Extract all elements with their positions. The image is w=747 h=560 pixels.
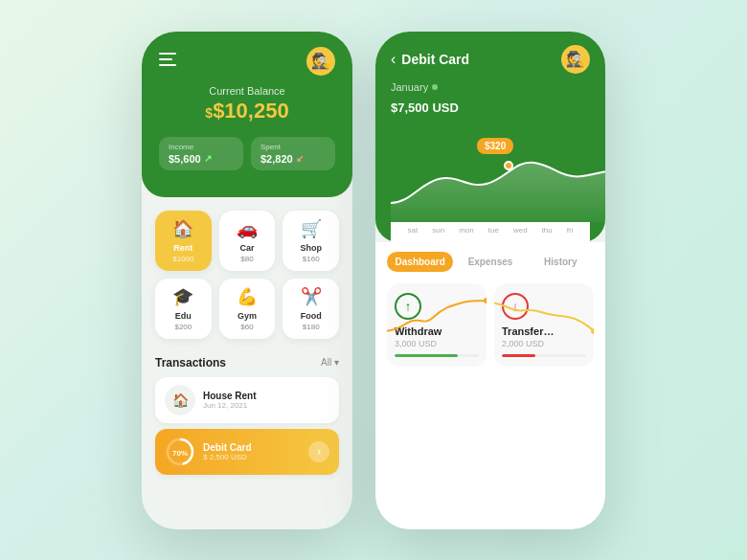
spent-arrow-icon: ↙: [296, 153, 304, 164]
phone1-header: 🕵️ Current Balance $$10,250 Income $5,60…: [142, 32, 352, 197]
gym-name: Gym: [238, 311, 257, 321]
tab-expenses[interactable]: Expenses: [457, 252, 523, 272]
withdraw-sub: 3,000 USD: [395, 339, 479, 348]
transfer-card: ↓ Transfer 2,000 USD: [494, 283, 594, 367]
spent-label: Spent: [260, 143, 326, 151]
phone2-header: ‹ Debit Card 🕵️ January $7,500 USD $320: [375, 32, 605, 242]
x-label-fri: fri: [567, 226, 574, 235]
shop-icon: 🛒: [301, 218, 322, 239]
phone2-body: Dashboard Expenses History ↑ Withdraw 3,…: [375, 242, 605, 529]
tab-dashboard[interactable]: Dashboard: [387, 252, 453, 272]
cat-edu[interactable]: 🎓 Edu $200: [155, 279, 212, 339]
phone2-amount: $7,500 USD: [391, 95, 590, 117]
balance-label: Current Balance: [159, 85, 335, 97]
month-dot-icon: [432, 84, 438, 90]
phone2-avatar[interactable]: 🕵️: [561, 45, 590, 74]
phone1: 🕵️ Current Balance $$10,250 Income $5,60…: [142, 32, 352, 529]
income-label: Income: [169, 143, 234, 151]
debit-card-progress-icon: 70%: [165, 437, 195, 467]
car-name: Car: [240, 243, 255, 253]
transactions: Transactions All ▾ 🏠 House Rent Jun 12, …: [142, 347, 352, 490]
cat-car[interactable]: 🚗 Car $80: [219, 211, 276, 271]
tab-history[interactable]: History: [528, 252, 594, 272]
trans-house-rent-name: House Rent: [203, 391, 329, 401]
cat-row-1: 🏠 Rent $1000 🚗 Car $80 🛒 Shop $160: [155, 211, 339, 271]
rent-amount: $1000: [172, 255, 193, 263]
trans-house-rent-sub: Jun 12, 2021: [203, 401, 329, 410]
edu-amount: $200: [174, 323, 192, 331]
chart-tooltip: $320: [477, 138, 513, 154]
phones-container: 🕵️ Current Balance $$10,250 Income $5,60…: [142, 32, 605, 529]
svg-text:70%: 70%: [172, 449, 188, 458]
trans-house-rent-info: House Rent Jun 12, 2021: [203, 391, 329, 410]
income-value: $5,600 ↗: [169, 153, 234, 165]
gym-amount: $60: [240, 323, 253, 331]
shop-amount: $160: [303, 255, 320, 263]
phone1-header-top: 🕵️: [159, 47, 335, 76]
car-amount: $80: [240, 255, 253, 263]
house-rent-icon: 🏠: [165, 385, 195, 415]
menu-icon[interactable]: [159, 53, 176, 70]
back-chevron-icon: ‹: [391, 51, 396, 68]
trans-debit-card-name: Debit Card: [203, 442, 301, 453]
chart-dot-icon: [504, 161, 513, 170]
withdraw-bar: [395, 354, 479, 357]
phone2-header-top: ‹ Debit Card 🕵️: [391, 45, 590, 74]
x-label-sun: sun: [432, 226, 444, 235]
cat-shop[interactable]: 🛒 Shop $160: [283, 211, 339, 271]
cards-row: ↑ Withdraw 3,000 USD ↓: [387, 283, 594, 367]
trans-debit-card-info: Debit Card $ 2,500 USD: [203, 442, 301, 461]
transfer-bar-fill: [502, 354, 535, 357]
food-name: Food: [301, 311, 322, 321]
x-label-wed: wed: [513, 226, 528, 235]
svg-point-6: [484, 298, 487, 303]
x-label-mon: mon: [459, 226, 474, 235]
categories: 🏠 Rent $1000 🚗 Car $80 🛒 Shop $160 🎓: [142, 197, 352, 339]
svg-rect-0: [159, 53, 176, 55]
cat-food[interactable]: ✂️ Food $180: [283, 279, 339, 339]
phone2-month: January: [391, 81, 590, 93]
rent-name: Rent: [173, 243, 192, 253]
trans-debit-card-arrow[interactable]: ›: [308, 441, 329, 462]
transactions-header: Transactions All ▾: [155, 356, 339, 370]
transactions-title: Transactions: [155, 356, 226, 370]
svg-rect-1: [159, 58, 172, 60]
trans-house-rent[interactable]: 🏠 House Rent Jun 12, 2021: [155, 377, 339, 423]
income-spent: Income $5,600 ↗ Spent $2,820 ↙: [159, 137, 335, 170]
transfer-sub: 2,000 USD: [502, 339, 586, 348]
x-label-thu: thu: [542, 226, 553, 235]
cat-gym[interactable]: 💪 Gym $60: [219, 279, 276, 339]
spent-value: $2,820 ↙: [260, 153, 326, 165]
cat-row-2: 🎓 Edu $200 💪 Gym $60 ✂️ Food $180: [155, 279, 339, 339]
shop-name: Shop: [300, 243, 322, 253]
trans-debit-card[interactable]: 70% Debit Card $ 2,500 USD ›: [155, 429, 339, 475]
edu-name: Edu: [175, 311, 192, 321]
x-label-tue: tue: [488, 226, 499, 235]
income-box: Income $5,600 ↗: [159, 137, 243, 170]
avatar[interactable]: 🕵️: [306, 47, 335, 76]
balance-amount: $$10,250: [159, 99, 335, 123]
tabs: Dashboard Expenses History: [387, 252, 594, 272]
edu-icon: 🎓: [172, 286, 193, 307]
rent-icon: 🏠: [172, 218, 193, 239]
gym-icon: 💪: [237, 286, 258, 307]
income-arrow-icon: ↗: [204, 153, 212, 164]
transfer-bar: [502, 354, 586, 357]
x-axis: sat sun mon tue wed thu fri: [391, 222, 590, 242]
transactions-filter[interactable]: All ▾: [321, 357, 339, 368]
cat-rent[interactable]: 🏠 Rent $1000: [155, 211, 212, 271]
food-amount: $180: [303, 323, 320, 331]
food-icon: ✂️: [301, 286, 322, 307]
back-button[interactable]: ‹ Debit Card: [391, 51, 469, 68]
trans-debit-card-sub: $ 2,500 USD: [203, 453, 301, 461]
withdraw-bar-fill: [395, 354, 458, 357]
phone2: ‹ Debit Card 🕵️ January $7,500 USD $320: [375, 32, 605, 529]
spent-box: Spent $2,820 ↙: [251, 137, 335, 170]
debit-card-title: Debit Card: [401, 52, 469, 67]
x-label-sat: sat: [408, 226, 419, 235]
car-icon: 🚗: [237, 218, 258, 239]
withdraw-card: ↑ Withdraw 3,000 USD: [387, 283, 487, 367]
chart-area: $320: [391, 126, 590, 222]
svg-rect-2: [159, 64, 176, 66]
